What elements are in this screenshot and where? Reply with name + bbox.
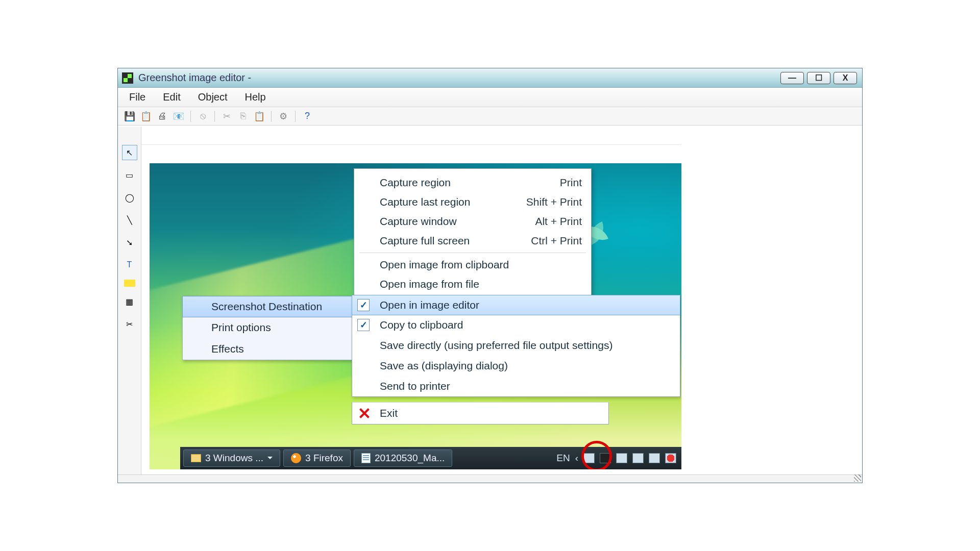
menu-label: Capture window: [380, 215, 457, 228]
folder-icon: [191, 454, 201, 462]
language-indicator[interactable]: EN: [556, 453, 570, 464]
titlebar[interactable]: Greenshot image editor - — ☐ X: [118, 68, 862, 88]
menu-label: Capture region: [380, 177, 451, 189]
tray-expand-icon[interactable]: ‹: [575, 453, 578, 464]
annotation-circle-icon: [581, 441, 612, 469]
taskbar-item-explorer[interactable]: 3 Windows ...: [183, 449, 280, 467]
menu-capture-fullscreen[interactable]: Capture full screen Ctrl + Print: [354, 231, 591, 251]
menu-separator: [359, 253, 586, 253]
text-tool-icon[interactable]: T: [122, 257, 137, 272]
menubar: File Edit Object Help: [118, 88, 862, 107]
system-tray: EN ‹: [556, 453, 681, 464]
statusbar: [118, 474, 862, 483]
menu-help[interactable]: Help: [245, 91, 266, 103]
dest-save-directly[interactable]: Save directly (using preferred file outp…: [352, 335, 680, 356]
settings-icon[interactable]: ⚙: [277, 110, 290, 122]
windows-taskbar: 3 Windows ... 3 Firefox 20120530_Ma...: [180, 447, 681, 469]
menu-label: Exit: [380, 407, 398, 419]
close-button[interactable]: X: [834, 72, 857, 84]
separator: [271, 111, 272, 122]
app-icon: [122, 72, 133, 84]
menu-shortcut: Shift + Print: [526, 196, 582, 208]
submenu-screenshot-destination[interactable]: Screenshot Destination: [182, 296, 372, 317]
tray-network-icon[interactable]: [649, 453, 660, 463]
menu-capture-window[interactable]: Capture window Alt + Print: [354, 212, 591, 231]
menu-shortcut: Print: [560, 177, 582, 189]
submenu-label: Open in image editor: [380, 299, 479, 311]
disabled-circle-icon: ⦸: [196, 110, 209, 122]
menu-object[interactable]: Object: [198, 91, 228, 103]
menu-shortcut: Alt + Print: [535, 215, 582, 228]
canvas-pane: Capture region Print Capture last region…: [141, 127, 681, 474]
submenu-label: Print options: [211, 321, 271, 334]
dest-copy-clipboard[interactable]: ✓ Copy to clipboard: [352, 315, 680, 335]
close-icon: [358, 408, 370, 419]
print-icon[interactable]: 🖨: [156, 110, 169, 122]
app-window: Greenshot image editor - — ☐ X File Edit…: [117, 68, 863, 483]
cursor-tool-icon[interactable]: ↖: [122, 145, 137, 160]
menu-label: Capture full screen: [380, 235, 470, 247]
copy-icon[interactable]: ⎘: [236, 110, 250, 122]
menu-capture-last-region[interactable]: Capture last region Shift + Print: [354, 192, 591, 212]
tray-icon[interactable]: [632, 453, 644, 463]
document-icon: [361, 453, 371, 463]
save-icon[interactable]: 💾: [123, 110, 136, 122]
menu-file[interactable]: File: [129, 91, 145, 103]
menu-open-from-clipboard[interactable]: Open image from clipboard: [354, 255, 591, 274]
line-tool-icon[interactable]: ╲: [122, 212, 137, 228]
tray-blocked-icon[interactable]: [665, 453, 676, 463]
email-icon[interactable]: 📧: [172, 110, 185, 122]
taskbar-label: 20120530_Ma...: [375, 453, 445, 464]
window-title: Greenshot image editor -: [138, 72, 251, 84]
submenu-label: Screenshot Destination: [211, 300, 322, 313]
paste-icon[interactable]: 📋: [253, 110, 266, 122]
submenu-label: Save as (displaying dialog): [380, 360, 508, 372]
highlight-tool-icon[interactable]: [124, 280, 135, 287]
image-canvas[interactable]: Capture region Print Capture last region…: [150, 163, 681, 469]
rectangle-tool-icon[interactable]: ▭: [122, 167, 137, 183]
menu-capture-region[interactable]: Capture region Print: [354, 173, 591, 192]
toolbar: 💾 📋 🖨 📧 ⦸ ✂ ⎘ 📋 ⚙ ?: [118, 107, 862, 126]
clipboard-icon[interactable]: 📋: [139, 110, 153, 122]
dest-open-in-editor[interactable]: ✓ Open in image editor: [352, 295, 680, 315]
destination-submenu: ✓ Open in image editor ✓ Copy to clipboa…: [352, 295, 680, 397]
cut-icon[interactable]: ✂: [220, 110, 233, 122]
menu-label: Open image from file: [380, 278, 479, 290]
submenu-label: Save directly (using preferred file outp…: [380, 339, 612, 352]
taskbar-item-firefox[interactable]: 3 Firefox: [283, 449, 351, 467]
resize-grip-icon[interactable]: [854, 474, 861, 482]
submenu-label: Send to printer: [380, 380, 450, 392]
menu-label: Open image from clipboard: [380, 259, 509, 271]
minimize-button[interactable]: —: [780, 72, 804, 84]
dest-save-as[interactable]: Save as (displaying dialog): [352, 356, 680, 376]
firefox-icon: [291, 453, 301, 463]
dest-send-to-printer[interactable]: Send to printer: [352, 376, 680, 396]
ellipse-tool-icon[interactable]: ◯: [122, 190, 137, 205]
ruler-area: [141, 127, 681, 145]
separator: [190, 111, 191, 122]
checkbox-checked-icon: ✓: [357, 299, 370, 311]
menu-exit[interactable]: Exit: [352, 402, 609, 424]
settings-submenu: Screenshot Destination Print options Eff…: [182, 296, 372, 360]
arrow-tool-icon[interactable]: ➘: [122, 235, 137, 250]
tray-context-menu: Capture region Print Capture last region…: [354, 168, 592, 303]
tray-icon[interactable]: [616, 453, 627, 463]
crop-tool-icon[interactable]: ✂: [122, 316, 137, 332]
separator: [214, 111, 215, 122]
blank-panel: [681, 127, 862, 474]
tool-palette: ↖ ▭ ◯ ╲ ➘ T ▦ ✂: [118, 127, 141, 474]
help-icon[interactable]: ?: [301, 110, 314, 122]
menu-open-from-file[interactable]: Open image from file: [354, 274, 591, 294]
submenu-effects[interactable]: Effects: [183, 338, 372, 360]
obfuscate-tool-icon[interactable]: ▦: [122, 294, 137, 309]
taskbar-label: 3 Windows ...: [205, 453, 263, 464]
menu-shortcut: Ctrl + Print: [531, 235, 582, 247]
taskbar-item-document[interactable]: 20120530_Ma...: [354, 449, 452, 467]
menu-edit[interactable]: Edit: [163, 91, 180, 103]
submenu-print-options[interactable]: Print options: [183, 317, 372, 338]
maximize-button[interactable]: ☐: [807, 72, 830, 84]
checkbox-checked-icon: ✓: [357, 319, 370, 331]
menu-label: Capture last region: [380, 196, 470, 208]
taskbar-label: 3 Firefox: [305, 453, 343, 464]
chevron-down-icon: [267, 457, 273, 462]
